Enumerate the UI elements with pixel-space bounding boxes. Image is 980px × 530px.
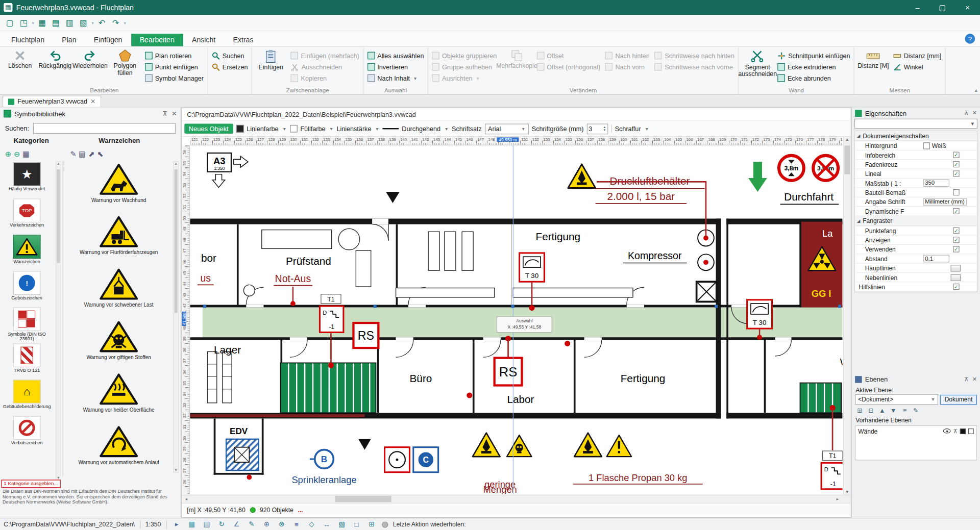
tab-extras[interactable]: Extras	[224, 34, 262, 46]
line-width-label[interactable]: Linienstärke	[336, 125, 371, 132]
tab-einfuegen[interactable]: Einfügen	[85, 34, 131, 46]
distance-mm-button[interactable]: Distanz [mm]	[891, 50, 944, 61]
crosshair-icon[interactable]: ⊕	[262, 520, 272, 528]
cut-button[interactable]: Ausschneiden	[288, 61, 362, 72]
group-fangraster[interactable]: ◢Fangraster	[855, 216, 977, 226]
checkbox-checked[interactable]: ✓	[953, 208, 959, 214]
rs-shutter-symbol[interactable]: RS	[353, 323, 378, 348]
line-style-label[interactable]: Durchgehend	[402, 125, 440, 132]
scale-value[interactable]: 350	[923, 179, 949, 187]
symbol-list-icon[interactable]: ▤	[79, 149, 86, 158]
copy-button[interactable]: Kopieren	[288, 72, 362, 84]
add-category-icon[interactable]: ⊕	[5, 149, 11, 158]
chevron-down-icon[interactable]: ▼	[329, 127, 333, 131]
snap-grid-icon[interactable]: ▤	[202, 520, 212, 528]
line-color-swatch[interactable]	[236, 125, 243, 133]
category-gebaeudebeschilderung[interactable]: ⌂ Gebäudebeschilderung	[1, 378, 52, 415]
flammable-warning-icon[interactable]	[574, 433, 602, 457]
pen-tool-icon[interactable]: ✎	[247, 520, 257, 528]
panel-close-icon[interactable]: ✕	[972, 376, 977, 382]
search-button[interactable]: Suchen	[209, 50, 250, 61]
panel-close-icon[interactable]: ✕	[972, 110, 977, 116]
delete-button[interactable]: Löschen	[3, 47, 38, 85]
pin-icon[interactable]: ⊼	[964, 376, 968, 382]
checkbox-checked[interactable]: ✓	[953, 246, 959, 252]
sub-grid-button[interactable]	[950, 274, 961, 281]
object-snap-icon[interactable]: ◇	[307, 520, 317, 528]
general-warning-icon[interactable]	[607, 435, 631, 457]
symbol-automatischer-anlauf[interactable]: Warnung vor automatischem Anlauf	[66, 423, 172, 473]
vertical-scrollbar[interactable]: ▲▼	[843, 137, 851, 495]
undo-button[interactable]: Rückgängig	[37, 47, 72, 85]
checkbox-checked[interactable]: ✓	[953, 170, 959, 176]
sheet-indicator[interactable]: A3 1:350	[207, 153, 248, 187]
ribbon-collapse-icon[interactable]: ▴	[975, 87, 978, 93]
category-verkehrszeichen[interactable]: TOP Verkehrszeichen	[1, 197, 52, 234]
scroll-right-icon[interactable]: ▸	[833, 495, 842, 503]
checkbox-checked[interactable]: ✓	[953, 228, 959, 234]
grid-spacing-value[interactable]: 0,1	[923, 255, 949, 263]
staircase[interactable]	[280, 363, 376, 413]
remove-category-icon[interactable]: ⊖	[14, 149, 20, 158]
group-objects-button[interactable]: Objekte gruppieren	[429, 50, 499, 61]
layer-down-icon[interactable]: ▼	[889, 406, 898, 415]
checkbox-checked[interactable]: ✓	[953, 284, 959, 290]
category-gebotszeichen[interactable]: ! Gebotszeichen	[1, 270, 52, 306]
hatch-toggle-icon[interactable]: ▧	[337, 520, 347, 528]
new-object-button[interactable]: Neues Objekt	[184, 123, 233, 134]
flammable-warning-icon[interactable]	[473, 433, 500, 457]
category-haeufig-verwendet[interactable]: ★ Häufig Verwendet	[1, 161, 52, 197]
category-verbotszeichen[interactable]: Verbotszeichen	[1, 415, 52, 451]
category-symbole-din[interactable]: Symbole (DIN ISO 23601)	[1, 306, 52, 342]
invert-selection-button[interactable]: Invertieren	[365, 61, 427, 72]
layer-settings-icon[interactable]: ✎	[911, 406, 920, 415]
layer-color-white[interactable]	[968, 428, 974, 434]
symbol-manager-button[interactable]: Symbol Manager	[142, 72, 206, 84]
tab-plan[interactable]: Plan	[53, 34, 85, 46]
insert-intersection-button[interactable]: Schnittpunkt einfügen	[775, 50, 852, 61]
category-trvb[interactable]: TRVB O 121	[1, 342, 52, 378]
redo-button[interactable]: Wiederholen	[72, 47, 108, 85]
offset-button[interactable]: Offset	[534, 50, 603, 61]
edit-symbol-icon[interactable]: ✎	[70, 149, 76, 158]
symbol-flurfoerderfahrzeuge[interactable]: Warnung vor Flurförderfahrzeugen	[66, 214, 172, 266]
scroll-thumb[interactable]	[335, 496, 391, 502]
tab-bearbeiten[interactable]: Bearbeiten	[131, 34, 183, 46]
redo-quick-icon[interactable]: ↷	[109, 16, 121, 29]
visibility-eye-icon[interactable]	[943, 428, 951, 434]
horizontal-scrollbar[interactable]: ◂ ▸	[182, 495, 850, 503]
minimize-button[interactable]: –	[905, 0, 930, 15]
select-all-button[interactable]: Alles auswählen	[365, 50, 427, 61]
step-forward-button[interactable]: Schrittweise nach vorne	[652, 61, 737, 72]
open-dropdown-icon[interactable]: ▾	[32, 20, 34, 26]
document-close-icon[interactable]: ✕	[90, 98, 95, 105]
height-limit-sign-crossed[interactable]: 3,50m	[813, 156, 838, 181]
co2-symbol[interactable]: C	[413, 447, 438, 472]
layer-row-waende[interactable]: Wände ⊼	[855, 426, 976, 436]
grid-icon[interactable]: ▦	[187, 520, 197, 528]
panel-close-icon[interactable]: ✕	[172, 110, 177, 117]
scope-dokument-button[interactable]: Dokument	[940, 394, 977, 405]
symbol-schwebende-last[interactable]: Warnung vor schwebener Last	[66, 266, 172, 319]
print-dropdown-icon[interactable]: ▾	[91, 20, 93, 26]
height-limit-sign[interactable]: 3,8m	[779, 156, 804, 181]
offset-orthogonal-button[interactable]: Offset (orthogonal)	[534, 61, 603, 72]
checkbox-checked[interactable]: ✓	[953, 237, 959, 243]
close-button[interactable]: ×	[955, 0, 980, 15]
checkbox-checked[interactable]: ✓	[953, 161, 959, 167]
grid-view-icon[interactable]: ▦	[22, 149, 30, 158]
green-arrow-icon[interactable]	[748, 162, 767, 192]
fill-color-label[interactable]: Füllfarbe	[300, 125, 325, 132]
cut-segment-button[interactable]: Segment ausschneiden	[740, 47, 775, 85]
print-icon[interactable]: ▥	[63, 16, 76, 29]
select-tool-icon[interactable]: ▸	[172, 520, 182, 528]
quickbar-dropdown-icon[interactable]: ▾	[124, 20, 126, 26]
save-icon[interactable]: ▦	[36, 16, 48, 29]
line-color-label[interactable]: Linienfarbe	[247, 125, 278, 132]
valve-symbol[interactable]	[385, 447, 410, 472]
extrude-corner-button[interactable]: Ecke extrudieren	[775, 61, 852, 72]
background-color-swatch[interactable]	[923, 142, 930, 149]
tab-fluchtplan[interactable]: Fluchtplan	[3, 34, 53, 46]
active-layer-select[interactable]: <Dokument>▼	[855, 394, 938, 405]
unit-value[interactable]: Millimeter (mm)	[923, 198, 967, 206]
